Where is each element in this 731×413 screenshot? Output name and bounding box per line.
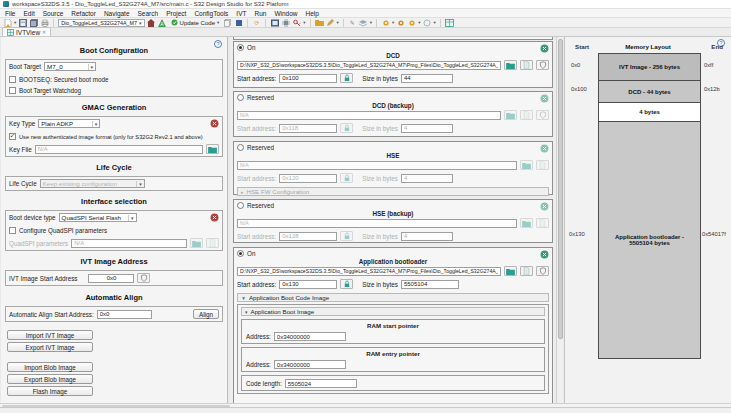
run-circle-icon[interactable] (423, 19, 432, 27)
app-bootloader-lock-button[interactable] (340, 279, 353, 289)
gear-config-dropdown-icon[interactable]: ▾ (418, 20, 420, 25)
hse-browse-button[interactable] (520, 160, 533, 170)
tab-close-icon[interactable]: ✕ (42, 29, 46, 35)
auto-align-input[interactable] (97, 310, 152, 319)
hse-reset-icon[interactable] (540, 144, 549, 153)
app-bootloader-start-input[interactable] (279, 280, 337, 289)
hse-path-input[interactable] (237, 161, 517, 170)
app-boot-code-image-section[interactable]: ▼ Application Boot Code Image (237, 293, 549, 302)
project-selector[interactable]: Dio_ToggleLed_S32G274A_M7 ▾ (58, 19, 144, 27)
dcd-reset-icon[interactable] (540, 44, 549, 53)
app-bootloader-browse-button[interactable] (504, 266, 517, 276)
reset-boot-device-icon[interactable] (210, 213, 219, 222)
hse-backup-file-button[interactable] (536, 218, 549, 228)
gear-debug-icon[interactable] (396, 19, 405, 27)
save-all-icon[interactable] (29, 19, 38, 27)
boot-device-select[interactable]: QuadSPI Serial Flash ▾ (59, 213, 137, 222)
key-file-browse-button[interactable] (206, 144, 219, 154)
home-icon[interactable] (147, 19, 156, 27)
import-blob-image-button[interactable]: Import Blob Image (7, 362, 93, 372)
pin-icon[interactable]: ✎ (348, 19, 357, 27)
auth-format-checkbox[interactable] (9, 133, 16, 140)
hse-backup-start-input[interactable] (279, 232, 337, 241)
scrollbar-thumb[interactable] (558, 39, 563, 339)
gear-run-icon[interactable] (381, 19, 390, 27)
export-blob-image-button[interactable]: Export Blob Image (7, 374, 93, 384)
align-button[interactable]: Align (193, 309, 219, 319)
key-dropdown-icon[interactable]: ▾ (303, 20, 305, 25)
dcd-backup-file-button[interactable] (520, 110, 533, 120)
menu-refactor[interactable]: Refactor (71, 10, 96, 17)
gear-run-dropdown-icon[interactable]: ▾ (392, 20, 394, 25)
hse-lock-button[interactable] (340, 173, 353, 183)
dcd-backup-path-input[interactable] (237, 111, 501, 120)
dcd-backup-lock-button[interactable] (340, 123, 353, 133)
pencil-icon[interactable] (326, 19, 335, 27)
dcd-backup-start-input[interactable] (279, 124, 337, 133)
hse-backup-lock-button[interactable] (340, 231, 353, 241)
app-bootloader-path-input[interactable] (237, 267, 501, 276)
menu-run[interactable]: Run (254, 10, 266, 17)
ivt-start-address-input[interactable] (88, 274, 134, 283)
dcd-backup-reserved-radio[interactable] (237, 94, 244, 101)
menu-project[interactable]: Project (166, 10, 186, 17)
menu-search[interactable]: Search (138, 10, 159, 17)
build-icon[interactable]: A (158, 19, 167, 27)
hse-backup-size-input[interactable] (401, 232, 453, 241)
hse-backup-path-input[interactable] (237, 219, 517, 228)
ram-entry-address-input[interactable] (274, 360, 346, 369)
hse-start-input[interactable] (279, 174, 337, 183)
bootseq-checkbox[interactable] (9, 76, 16, 83)
app-bootloader-shield-button[interactable] (536, 266, 549, 276)
update-code-button[interactable]: Update Code ▾ (169, 19, 222, 27)
dcd-lock-button[interactable] (340, 73, 353, 83)
save-icon[interactable] (18, 19, 27, 27)
dcd-size-input[interactable] (401, 74, 453, 83)
dcd-backup-shield-button[interactable] (536, 110, 549, 120)
peripherals-icon[interactable] (234, 19, 243, 27)
hse-size-input[interactable] (401, 174, 453, 183)
dcd-start-input[interactable] (279, 74, 337, 83)
quadspi-params-input[interactable] (71, 239, 187, 248)
export-ivt-image-button[interactable]: Export IVT Image (7, 342, 93, 352)
menu-ivt[interactable]: IVT (236, 10, 246, 17)
new-file-icon[interactable] (3, 19, 12, 27)
code-length-input[interactable] (285, 379, 357, 388)
menu-file[interactable]: File (5, 10, 15, 17)
quadspi-params-browse-button[interactable] (190, 238, 203, 248)
dcd-browse-button[interactable] (504, 60, 517, 70)
key-type-select[interactable]: Plain ADKP ▾ (38, 119, 100, 128)
open-folder-icon[interactable] (315, 19, 324, 27)
key-icon[interactable] (292, 19, 301, 27)
gear-config-icon[interactable] (407, 19, 416, 27)
copy-icon[interactable] (223, 19, 232, 27)
ivt-address-shield-button[interactable] (137, 273, 150, 283)
hse-backup-reserved-radio[interactable] (237, 202, 244, 209)
hse-backup-browse-button[interactable] (520, 218, 533, 228)
dcd-file-button[interactable] (520, 60, 533, 70)
watchdog-checkbox[interactable] (9, 87, 16, 94)
menu-window[interactable]: Window (274, 10, 297, 17)
table-view-icon[interactable] (445, 19, 454, 27)
run-circle-dropdown-icon[interactable]: ▾ (434, 20, 436, 25)
help-icon[interactable] (214, 40, 222, 48)
dcd-path-input[interactable] (237, 61, 501, 70)
terminal-icon[interactable] (270, 19, 279, 27)
menu-navigate[interactable]: Navigate (104, 10, 130, 17)
hse-fw-config-section[interactable]: ▸ HSE FW Configuration (237, 187, 549, 196)
flash-image-button[interactable]: Flash Image (7, 386, 93, 396)
configure-quadspi-checkbox[interactable] (9, 227, 16, 234)
dcd-backup-reset-icon[interactable] (540, 94, 549, 103)
hse-file-button[interactable] (536, 160, 549, 170)
app-boot-image-section[interactable]: ▾ Application Boot Image (241, 307, 545, 316)
menu-configtools[interactable]: ConfigTools (194, 10, 228, 17)
hse-reserved-radio[interactable] (237, 144, 244, 151)
chip-icon[interactable] (281, 19, 290, 27)
import-ivt-image-button[interactable]: Import IVT Image (7, 330, 93, 340)
pencil-dropdown-icon[interactable]: ▾ (337, 20, 339, 25)
life-cycle-select[interactable]: Keep existing configuration ▾ (40, 179, 145, 188)
refresh-icon[interactable]: ⟳ (252, 19, 261, 27)
app-bootloader-file-button[interactable] (520, 266, 533, 276)
dcd-on-radio[interactable] (237, 44, 244, 51)
app-bootloader-size-input[interactable] (401, 280, 459, 289)
